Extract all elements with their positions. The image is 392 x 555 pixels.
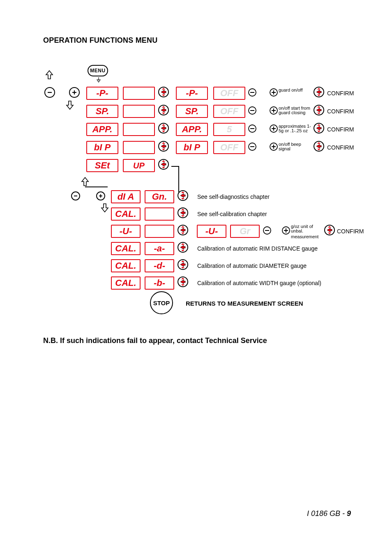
plus-icon — [270, 143, 278, 151]
display-value: 5 — [214, 125, 244, 134]
display-col2-blank — [123, 141, 155, 154]
plus-button[interactable] — [270, 143, 278, 151]
display-value: -P- — [87, 89, 118, 98]
minus-button[interactable] — [248, 143, 256, 151]
display-value: -d- — [145, 261, 173, 270]
minus-button[interactable] — [248, 106, 256, 115]
display-col2 — [145, 225, 174, 238]
row-note: on/off beep signal — [279, 142, 314, 151]
display-value: Gn. — [145, 192, 173, 201]
minus-button[interactable] — [248, 124, 256, 133]
enter-button[interactable] — [158, 86, 169, 98]
display-value: SEt — [87, 161, 118, 170]
display-col2: -a- — [145, 242, 174, 255]
display-col1: SP. — [86, 105, 118, 118]
minus-button[interactable] — [71, 191, 80, 200]
enter-button[interactable] — [158, 122, 169, 134]
confirm-label: CONFIRM — [327, 144, 354, 151]
up-arrow-icon — [80, 177, 90, 187]
display-col4: 5 — [213, 123, 245, 136]
enter-icon — [313, 140, 325, 152]
row-description: Calibration of automatic DIAMETER gauge — [197, 263, 307, 269]
plus-icon — [270, 124, 278, 133]
enter-icon — [177, 224, 189, 236]
row-note: on/off start from guard closing — [279, 106, 314, 115]
row-note: g/oz unit of unbal. — [291, 224, 325, 233]
display-value: CAL. — [112, 279, 140, 288]
minus-button[interactable] — [263, 226, 271, 235]
display-col1: CAL. — [111, 276, 141, 290]
plus-button[interactable] — [96, 191, 105, 200]
display-col2-blank — [123, 123, 155, 136]
confirm-button[interactable] — [313, 122, 325, 134]
enter-icon — [324, 224, 335, 236]
confirm-button[interactable] — [324, 224, 335, 236]
confirm-button[interactable] — [313, 86, 325, 98]
display-value: -b- — [145, 279, 173, 288]
enter-icon — [177, 276, 189, 288]
minus-icon — [248, 106, 256, 115]
confirm-label: CONFIRM — [337, 228, 364, 235]
enter-button[interactable] — [177, 224, 189, 236]
menu-button[interactable]: MENU — [88, 65, 108, 76]
enter-icon — [177, 259, 189, 270]
minus-icon — [263, 226, 271, 235]
display-col1: bI P — [86, 141, 118, 154]
enter-button[interactable] — [158, 104, 169, 116]
enter-icon — [177, 207, 189, 219]
page-title: OPERATION FUNCTIONS MENU — [43, 36, 157, 45]
confirm-button[interactable] — [313, 140, 325, 152]
plus-icon — [71, 90, 77, 95]
stop-button[interactable]: STOP — [150, 291, 173, 314]
display-col2: UP — [123, 159, 155, 172]
enter-button[interactable] — [158, 159, 169, 170]
minus-button[interactable] — [44, 87, 55, 98]
menu-button-label: MENU — [90, 68, 105, 74]
display-col4: OFF — [213, 105, 245, 118]
row-note-2: measurement — [291, 235, 318, 239]
display-col3: SP. — [176, 105, 208, 118]
display-col3: APP. — [176, 123, 208, 136]
row-description: Calibration of automatic WIDTH gauge (op… — [197, 280, 321, 286]
enter-icon — [158, 140, 169, 152]
plus-button[interactable] — [270, 124, 278, 133]
enter-icon — [177, 242, 189, 253]
enter-button[interactable] — [177, 242, 189, 253]
display-value: Gr — [231, 227, 259, 236]
plus-button[interactable] — [69, 87, 80, 98]
enter-icon — [158, 104, 169, 116]
connector-line — [85, 186, 108, 188]
stop-description: RETURNS TO MEASUREMENT SCREEN — [186, 300, 303, 307]
display-value: dI A — [112, 192, 140, 201]
display-value: OFF — [214, 107, 244, 116]
display-value: OFF — [214, 89, 244, 98]
display-col4: OFF — [213, 87, 245, 100]
enter-icon — [313, 86, 325, 98]
confirm-label: CONFIRM — [327, 126, 354, 133]
plus-button[interactable] — [282, 226, 290, 235]
minus-icon — [73, 193, 78, 198]
display-col3: -P- — [176, 87, 208, 100]
enter-button[interactable] — [158, 140, 169, 152]
display-value: -P- — [177, 89, 207, 98]
display-value: OFF — [214, 143, 244, 152]
display-value: CAL. — [112, 261, 140, 270]
plus-button[interactable] — [270, 88, 278, 97]
plus-icon — [270, 106, 278, 115]
display-col1: CAL. — [111, 207, 141, 221]
confirm-button[interactable] — [313, 104, 325, 116]
enter-button[interactable] — [177, 207, 189, 219]
enter-button[interactable] — [177, 276, 189, 288]
plus-icon — [270, 88, 278, 97]
display-col4: Gr — [230, 225, 260, 238]
enter-button[interactable] — [177, 259, 189, 270]
page-footer: I 0186 GB - 9 — [307, 509, 351, 518]
display-col1: -U- — [111, 225, 141, 238]
down-arrow-icon — [65, 100, 75, 110]
display-value: CAL. — [112, 210, 140, 219]
up-arrow-icon — [44, 70, 54, 80]
confirm-label: CONFIRM — [327, 90, 354, 97]
plus-button[interactable] — [270, 106, 278, 115]
plus-icon — [282, 226, 290, 235]
minus-button[interactable] — [248, 88, 256, 97]
